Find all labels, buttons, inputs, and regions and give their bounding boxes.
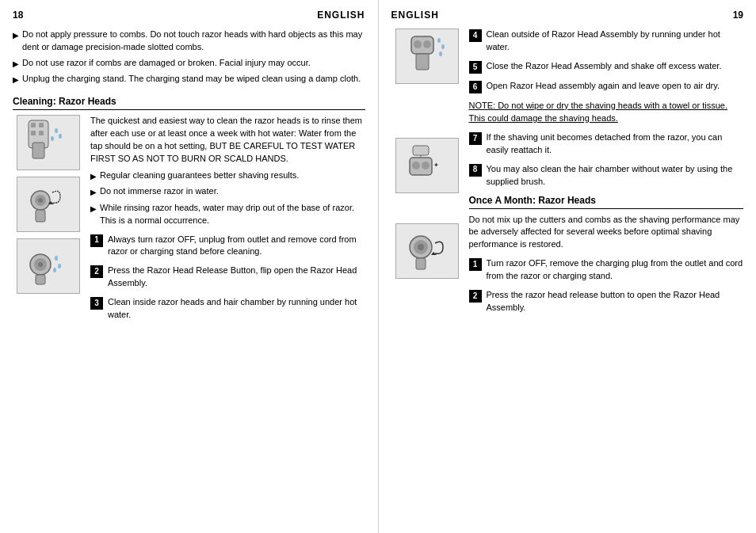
step-text: Press the Razor Head Release Button, fli… — [108, 265, 365, 290]
step-number: 8 — [469, 164, 482, 177]
bullet-text: Do not immerse razor in water. — [100, 185, 219, 199]
monthly-step-1: 1 Turn razor OFF, remove the charging pl… — [469, 257, 744, 283]
step-7: 7 If the shaving unit becomes detached f… — [469, 131, 744, 157]
step-text: Press the razor head release button to o… — [487, 289, 744, 314]
svg-point-19 — [58, 264, 61, 268]
svg-rect-2 — [39, 123, 44, 128]
bullet-text: Do not use razor if combs are damaged or… — [22, 57, 311, 70]
bullet-icon: ▶ — [90, 204, 97, 227]
svg-point-22 — [414, 40, 422, 48]
step-number: 6 — [469, 81, 482, 93]
left-content-area: The quickest and easiest way to clean th… — [13, 115, 365, 523]
svg-rect-5 — [32, 143, 44, 158]
bullet-icon: ▶ — [13, 59, 19, 70]
bullet-text: Do not apply pressure to combs. Do not t… — [22, 29, 365, 54]
image-monthly-clean — [395, 223, 459, 279]
image-detached-unit: ✦ — [395, 138, 459, 193]
step-number: 4 — [469, 29, 482, 42]
svg-point-23 — [423, 40, 431, 48]
bullet-icon: ▶ — [90, 187, 97, 199]
svg-rect-37 — [416, 258, 426, 269]
svg-point-26 — [441, 44, 445, 49]
step-number: 2 — [469, 290, 482, 303]
svg-rect-31 — [413, 146, 429, 155]
bullet-icon: ▶ — [13, 30, 19, 54]
bullet-icon: ▶ — [13, 74, 19, 86]
left-image-column — [13, 115, 84, 523]
svg-point-36 — [418, 244, 424, 250]
step-2: 2 Press the Razor Head Release Button, f… — [90, 265, 365, 290]
svg-rect-4 — [39, 131, 44, 135]
left-page: 18 ENGLISH ▶ Do not apply pressure to co… — [0, 0, 379, 533]
svg-point-8 — [51, 136, 54, 141]
svg-point-27 — [439, 51, 442, 56]
section-monthly-heading: Once A Month: Razor Heads — [469, 195, 744, 209]
svg-point-20 — [53, 268, 56, 272]
left-page-title: ENGLISH — [317, 10, 365, 21]
step-1: 1 Always turn razor OFF, unplug from out… — [90, 234, 365, 259]
step-number: 1 — [90, 234, 103, 247]
bullet-text: Regular cleaning guarantees better shavi… — [100, 169, 299, 183]
left-page-number: 18 — [13, 10, 23, 21]
svg-text:✦: ✦ — [433, 162, 439, 169]
svg-point-11 — [38, 198, 43, 203]
step-8: 8 You may also clean the hair chamber wi… — [469, 163, 744, 188]
left-header: 18 ENGLISH — [13, 10, 365, 21]
bullet-icon: ▶ — [90, 171, 97, 183]
svg-rect-24 — [416, 54, 429, 70]
svg-point-30 — [422, 162, 430, 169]
svg-rect-1 — [31, 123, 36, 128]
note-text: NOTE: Do not wipe or dry the shaving hea… — [469, 100, 744, 125]
page-container: 18 ENGLISH ▶ Do not apply pressure to co… — [0, 0, 756, 533]
step-number: 7 — [469, 132, 482, 145]
top-bullets: ▶ Do not apply pressure to combs. Do not… — [13, 29, 365, 89]
right-page-title: ENGLISH — [391, 10, 439, 21]
right-page: ENGLISH 19 — [379, 0, 757, 533]
bullet-item: ▶ Do not immerse razor in water. — [90, 185, 365, 199]
bullet-item: ▶ While rinsing razor heads, water may d… — [90, 202, 365, 227]
step-number: 2 — [90, 265, 103, 278]
intro-paragraph: The quickest and easiest way to clean th… — [90, 115, 365, 166]
svg-point-6 — [55, 128, 58, 133]
bullet-text: While rinsing razor heads, water may dri… — [100, 202, 365, 227]
section-cleaning-heading: Cleaning: Razor Heads — [13, 96, 365, 110]
step-text: You may also clean the hair chamber with… — [487, 163, 744, 188]
step-6: 6 Open Razor Head assembly again and lea… — [469, 80, 744, 93]
step-text: Clean inside razor heads and hair chambe… — [108, 296, 365, 322]
svg-rect-12 — [36, 210, 45, 222]
image-razor-open — [17, 177, 80, 232]
svg-point-29 — [412, 162, 420, 169]
image-rinse-outside — [395, 29, 459, 84]
step-text: If the shaving unit becomes detached fro… — [487, 131, 744, 157]
image-hand-razor — [17, 115, 80, 170]
svg-point-7 — [59, 134, 62, 139]
bullet-item: ▶ Unplug the charging stand. The chargin… — [13, 73, 365, 86]
monthly-intro: Do not mix up the cutters and combs as t… — [469, 214, 744, 252]
step-4: 4 Clean outside of Razor Head Assembly b… — [469, 29, 744, 54]
right-image-column: ✦ — [391, 29, 463, 321]
right-text-column: 4 Clean outside of Razor Head Assembly b… — [469, 29, 744, 321]
left-text-column: The quickest and easiest way to clean th… — [90, 115, 365, 523]
step-number: 5 — [469, 61, 482, 74]
step-5: 5 Close the Razor Head Assembly and shak… — [469, 60, 744, 74]
step-text: Always turn razor OFF, unplug from outle… — [108, 234, 365, 259]
svg-point-16 — [38, 262, 43, 267]
bullet-item: ▶ Do not apply pressure to combs. Do not… — [13, 29, 365, 54]
step-text: Close the Razor Head Assembly and shake … — [487, 60, 722, 74]
bullet-item: ▶ Regular cleaning guarantees better sha… — [90, 169, 365, 183]
svg-rect-3 — [31, 131, 36, 135]
right-content-area: ✦ 4 Clean — [391, 29, 744, 321]
bullet-text: Unplug the charging stand. The charging … — [22, 73, 361, 86]
step-3: 3 Clean inside razor heads and hair cham… — [90, 296, 365, 322]
svg-point-18 — [55, 256, 58, 261]
step-number: 3 — [90, 297, 103, 310]
right-header: ENGLISH 19 — [391, 10, 744, 21]
svg-point-25 — [437, 38, 441, 43]
monthly-step-2: 2 Press the razor head release button to… — [469, 289, 744, 314]
svg-rect-17 — [36, 275, 45, 284]
step-number: 1 — [469, 258, 482, 271]
step-text: Clean outside of Razor Head Assembly by … — [487, 29, 744, 54]
image-cleaning-head — [17, 238, 80, 294]
bullet-item: ▶ Do not use razor if combs are damaged … — [13, 57, 365, 70]
right-page-number: 19 — [733, 10, 743, 21]
